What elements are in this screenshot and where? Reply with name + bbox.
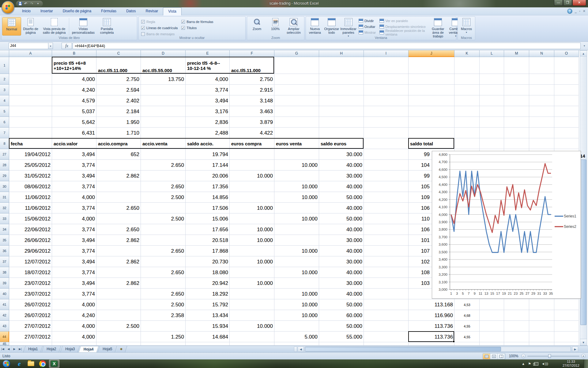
cell-F39[interactable]: 10.000 (230, 278, 274, 289)
cell-F32[interactable]: 10.000 (230, 203, 274, 213)
volume-icon[interactable]: ◄))) (541, 362, 548, 366)
zoom-out-button[interactable]: − (521, 354, 526, 358)
cell-C29[interactable]: 2.862 (96, 171, 141, 181)
zoom-slider-track[interactable] (527, 356, 579, 357)
cell-H29[interactable]: 30.000 (319, 171, 364, 181)
column-header-F[interactable]: F (230, 50, 274, 57)
cell-E6[interactable]: 2,836 (186, 117, 230, 128)
cell-E43[interactable]: 15.934 (186, 321, 230, 332)
select-all-corner[interactable] (0, 50, 9, 57)
cell-A34[interactable]: 22/06/2012 (9, 224, 52, 235)
taskbar-excel[interactable]: X (49, 360, 59, 368)
normal-button[interactable]: Normal (2, 17, 21, 36)
cell-D28[interactable]: 2.650 (141, 160, 186, 171)
name-box[interactable]: J44 (9, 43, 48, 49)
checkbox-regla[interactable]: ✓Regla (141, 19, 178, 25)
column-header-D[interactable]: D (141, 50, 186, 57)
cell-H39[interactable]: 30.000 (319, 278, 364, 289)
cell-E37[interactable]: 20.730 (186, 256, 230, 267)
row-header-34[interactable]: 34 (0, 224, 9, 235)
cell-F1[interactable]: acc.tl5.11.000 (230, 57, 274, 74)
cell-D36[interactable]: 2.650 (141, 246, 186, 256)
cell-B44[interactable]: 4,000 (52, 332, 96, 342)
insert-worksheet-tab[interactable]: ✱ (116, 346, 127, 352)
taskbar-internet-explorer[interactable]: e (14, 360, 24, 368)
tab-diseño-de-página[interactable]: Diseño de página (58, 7, 96, 15)
column-header-I[interactable]: I (364, 50, 409, 57)
network-icon[interactable] (534, 362, 538, 366)
scroll-down-icon[interactable]: ▼ (580, 339, 587, 346)
column-header-L[interactable]: L (480, 50, 504, 57)
ampliar-selección-button[interactable]: Ampliar selección (285, 17, 303, 36)
cell-B28[interactable]: 3,774 (52, 160, 96, 171)
cell-C7[interactable]: 1.710 (96, 128, 141, 138)
cell-F3[interactable]: 2.915 (230, 85, 274, 95)
close-button[interactable]: ✕ (572, 0, 586, 6)
row-header-36[interactable]: 36 (0, 246, 9, 256)
checkbox-líneas-de-cuadrícula[interactable]: ✓Líneas de cuadrícula (141, 25, 178, 31)
cell-H32[interactable]: 40.000 (319, 203, 364, 213)
cell-G33[interactable]: 10.000 (274, 213, 319, 224)
column-header-C[interactable]: C (96, 50, 141, 57)
column-header-B[interactable]: B (52, 50, 96, 57)
cell-E41[interactable]: 15.792 (186, 299, 230, 310)
cell-F43[interactable]: 10.000 (230, 321, 274, 332)
cell-K41[interactable]: 4,53 (454, 299, 480, 310)
cell-E32[interactable]: 17.506 (186, 203, 230, 213)
cell-G31[interactable]: 10.000 (274, 192, 319, 203)
cell-E5[interactable]: 3,176 (186, 106, 230, 117)
cell-B41[interactable]: 4,000 (52, 299, 96, 310)
cell-E33[interactable]: 15.006 (186, 213, 230, 224)
cell-H42[interactable]: 60.000 (319, 310, 364, 321)
column-header-H[interactable]: H (319, 50, 364, 57)
checkbox-icon[interactable]: ✓ (141, 26, 145, 30)
cell-B2[interactable]: 4,000 (52, 74, 96, 85)
show-desktop-button[interactable] (584, 359, 588, 368)
cell-A43[interactable]: 27/07/2012 (9, 321, 52, 332)
row-header-27[interactable]: 27 (0, 149, 9, 160)
row-header-3[interactable]: 3 (0, 85, 9, 95)
cell-E1[interactable]: precio tl5 -6-8-- 10-12-14 % (186, 57, 230, 74)
column-header-E[interactable]: E (186, 50, 230, 57)
cell-J39[interactable]: 103 (409, 278, 431, 289)
cell-B33[interactable]: 4,000 (52, 213, 96, 224)
cell-H28[interactable]: 40.000 (319, 160, 364, 171)
formula-bar-expand-icon[interactable]: ▾ (582, 43, 587, 49)
cell-F5[interactable]: 3.463 (230, 106, 274, 117)
row-header-37[interactable]: 37 (0, 256, 9, 267)
cell-F7[interactable]: 4.422 (230, 128, 274, 138)
cell-H40[interactable]: 40.000 (319, 289, 364, 299)
cell-E28[interactable]: 17.144 (186, 160, 230, 171)
row-header-6[interactable]: 6 (0, 117, 9, 128)
cell-A28[interactable]: 25/05/2012 (9, 160, 52, 171)
cell-E42[interactable]: 13.434 (186, 310, 230, 321)
page-layout-view-button[interactable] (490, 354, 498, 359)
horizontal-scroll-thumb[interactable] (305, 347, 501, 351)
cell-A36[interactable]: 29/06/2012 (9, 246, 52, 256)
cell-J28[interactable]: 104 (409, 160, 431, 171)
taskbar-windows-explorer[interactable] (26, 360, 36, 368)
guardar-área-de-trabajo-button[interactable]: Guardar área de trabajo (429, 17, 447, 36)
cell-B6[interactable]: 5,642 (52, 117, 96, 128)
cell-A30[interactable]: 08/06/2012 (9, 181, 52, 192)
cell-G30[interactable]: 10.000 (274, 181, 319, 192)
row-header-1[interactable]: 1 (0, 57, 9, 74)
embedded-chart[interactable]: 3,0003,1003,2003,3003,4003,5003,6003,700… (432, 151, 581, 299)
cell-G38[interactable]: 10.000 (274, 267, 319, 278)
normal-view-button[interactable] (483, 354, 490, 359)
workbook-minimize-button[interactable]: ‗ (575, 9, 577, 14)
spreadsheet-grid[interactable]: ABCDEFGHIJKLMNO1234567827282930313233343… (0, 50, 588, 346)
cell-F2[interactable]: 2.750 (230, 74, 274, 85)
cell-J30[interactable]: 105 (409, 181, 431, 192)
row-header-45[interactable]: 45 (0, 342, 9, 346)
inmovilizar-paneles-button[interactable]: Inmovilizar paneles▾ (340, 17, 357, 36)
checkbox-icon[interactable] (141, 32, 145, 36)
cell-F35[interactable]: 10.000 (230, 235, 274, 246)
cell-B27[interactable]: 3,494 (52, 149, 96, 160)
cell-B1[interactable]: precio tl5 +6+8 +10+12+14% (52, 57, 96, 74)
cell-D1[interactable]: acc.tl5.55.000 (141, 57, 186, 74)
cell-F4[interactable]: 3.148 (230, 95, 274, 106)
cell-F37[interactable]: 10.000 (230, 256, 274, 267)
cell-E35[interactable]: 20.518 (186, 235, 230, 246)
cell-E3[interactable]: 3,774 (186, 85, 230, 95)
